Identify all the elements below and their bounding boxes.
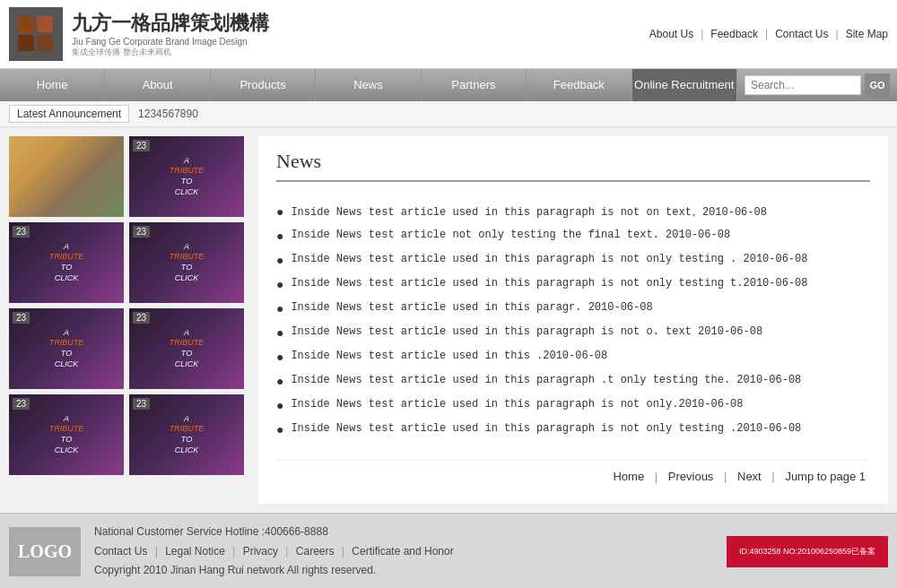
news-content-area: News ●Inside News test article used in t…	[258, 136, 888, 504]
news-text: Inside News test article used in this pa…	[291, 325, 870, 338]
sep2: |	[765, 28, 768, 40]
news-text: Inside News test article used in this pa…	[291, 398, 870, 411]
news-text: Inside News test article used in this pa…	[291, 253, 870, 265]
pagination: Home | Previous | Next | Jump to page 1	[276, 460, 870, 483]
footer-link[interactable]: Certificate and Honor	[352, 545, 453, 558]
pagination-previous[interactable]: Previous	[668, 470, 714, 483]
news-item[interactable]: ●Inside News test article used in this p…	[276, 272, 870, 297]
footer-copyright: Copyright 2010 Jinan Hang Rui network Al…	[94, 561, 727, 581]
news-item[interactable]: ●Inside News test article used in this p…	[276, 297, 870, 321]
news-item[interactable]: ●Inside News test article not only testi…	[276, 224, 870, 248]
top-links: About Us | Feedback | Contact Us | Site …	[649, 28, 888, 40]
gallery-item-1[interactable]: 23 ATRIBUTETOCLICK	[129, 136, 244, 217]
news-item[interactable]: ●Inside News test article used in this .…	[276, 345, 870, 369]
top-contact-link[interactable]: Contact Us	[775, 28, 828, 40]
announcement-label: Latest Announcement	[9, 105, 129, 123]
news-bullet: ●	[276, 375, 283, 389]
pagination-sep1: |	[655, 470, 658, 483]
gallery-row-0: 23 ATRIBUTETOCLICK	[9, 136, 249, 217]
gallery-badge-5: 23	[133, 312, 150, 324]
footer-badge[interactable]: ID:4903258 NO:201006250859已备案	[727, 536, 888, 567]
gallery-item-3[interactable]: 23 ATRIBUTETOCLICK	[129, 222, 244, 303]
gallery-item-0[interactable]	[9, 136, 124, 217]
footer-hotline-number: 400666-8888	[265, 525, 328, 538]
news-text: Inside News test article used in this pa…	[291, 301, 870, 314]
sep3: |	[836, 28, 839, 40]
logo-image	[9, 7, 63, 61]
main-content: 23 ATRIBUTETOCLICK 23 ATRIBUTETOCLICK 23…	[0, 127, 897, 513]
news-bullet: ●	[276, 302, 283, 316]
news-text: Inside News test article used in this pa…	[291, 204, 870, 220]
news-text: Inside News test article used in this pa…	[291, 422, 870, 435]
nav-news[interactable]: News	[316, 69, 421, 101]
logo-text-area: 九方一格品牌策划機構 Jiu Fang Ge Corporate Brand I…	[72, 10, 269, 58]
news-bullet: ●	[276, 254, 283, 268]
announcement-bar: Latest Announcement 1234567890	[0, 101, 897, 127]
news-bullet: ●	[276, 399, 283, 413]
gallery-row-2: 23 ATRIBUTETOCLICK 23 ATRIBUTETOCLICK	[9, 308, 249, 389]
gallery-sidebar: 23 ATRIBUTETOCLICK 23 ATRIBUTETOCLICK 23…	[9, 136, 249, 504]
gallery-item-7[interactable]: 23 ATRIBUTETOCLICK	[129, 394, 244, 475]
footer-link[interactable]: Legal Notice	[165, 545, 225, 558]
tribute-text-1: ATRIBUTETOCLICK	[170, 156, 205, 198]
tribute-text-3: ATRIBUTETOCLICK	[170, 242, 205, 284]
gallery-badge-4: 23	[13, 312, 30, 324]
nav-products[interactable]: Products	[211, 69, 316, 101]
gallery-item-2[interactable]: 23 ATRIBUTETOCLICK	[9, 222, 124, 303]
footer-badge-text: ID:4903258 NO:201006250859已备案	[739, 547, 875, 558]
footer-link-sep: |	[339, 545, 348, 558]
header: 九方一格品牌策划機構 Jiu Fang Ge Corporate Brand I…	[0, 0, 897, 69]
gallery-item-6[interactable]: 23 ATRIBUTETOCLICK	[9, 394, 124, 475]
news-list: ●Inside News test article used in this p…	[276, 200, 870, 442]
footer-link[interactable]: Contact Us	[94, 545, 147, 558]
footer-hotline-label: National Customer Service Hotline :	[94, 525, 265, 538]
gallery-item-4[interactable]: 23 ATRIBUTETOCLICK	[9, 308, 124, 389]
gallery-badge-2: 23	[13, 226, 30, 238]
footer-link[interactable]: Privacy	[243, 545, 278, 558]
footer-info: National Customer Service Hotline :40066…	[94, 523, 727, 581]
nav-home[interactable]: Home	[0, 69, 105, 101]
top-sitemap-link[interactable]: Site Map	[846, 28, 888, 40]
gallery-badge-1: 23	[133, 140, 150, 151]
news-text: Inside News test article used in this .2…	[291, 350, 870, 362]
nav-feedback[interactable]: Feedback	[527, 69, 631, 101]
news-item[interactable]: ●Inside News test article used in this p…	[276, 321, 870, 345]
news-bullet: ●	[276, 350, 283, 365]
search-button[interactable]: GO	[865, 74, 890, 97]
gallery-item-5[interactable]: 23 ATRIBUTETOCLICK	[129, 308, 244, 389]
tribute-text-2: ATRIBUTETOCLICK	[49, 242, 84, 284]
navigation: Home About Products News Partners Feedba…	[0, 69, 897, 101]
top-feedback-link[interactable]: Feedback	[710, 28, 758, 40]
footer-logo: LOGO	[9, 527, 81, 576]
top-about-link[interactable]: About Us	[649, 28, 693, 40]
nav-about[interactable]: About	[105, 69, 210, 101]
footer-link[interactable]: Careers	[296, 545, 335, 558]
news-item[interactable]: ●Inside News test article used in this p…	[276, 200, 870, 224]
footer-links-row: Contact Us | Legal Notice | Privacy | Ca…	[94, 542, 727, 562]
pagination-next[interactable]: Next	[737, 470, 762, 483]
pagination-sep3: |	[771, 470, 774, 483]
logo-area: 九方一格品牌策划機構 Jiu Fang Ge Corporate Brand I…	[9, 7, 269, 61]
nav-online-recruitment[interactable]: Online Recruitment	[632, 69, 737, 101]
news-item[interactable]: ●Inside News test article used in this p…	[276, 393, 870, 418]
footer-link-sep: |	[152, 545, 161, 558]
logo-cn-title: 九方一格品牌策划機構	[72, 10, 269, 37]
news-section-title: News	[276, 150, 870, 182]
pagination-home[interactable]: Home	[613, 470, 644, 483]
gallery-row-3: 23 ATRIBUTETOCLICK 23 ATRIBUTETOCLICK	[9, 394, 249, 475]
news-item[interactable]: ●Inside News test article used in this p…	[276, 248, 870, 272]
news-bullet: ●	[276, 278, 283, 292]
nav-search-area: GO	[737, 74, 897, 97]
search-go-label: GO	[869, 80, 884, 91]
announcement-text: 1234567890	[138, 108, 198, 120]
news-text: Inside News test article used in this pa…	[291, 374, 870, 386]
news-bullet: ●	[276, 205, 283, 220]
pagination-jump[interactable]: Jump to page 1	[785, 470, 866, 483]
footer-link-sep: |	[283, 545, 292, 558]
search-input[interactable]	[745, 75, 861, 95]
gallery-badge-3: 23	[133, 226, 150, 238]
gallery-badge-7: 23	[133, 398, 150, 410]
news-item[interactable]: ●Inside News test article used in this p…	[276, 418, 870, 442]
nav-partners[interactable]: Partners	[422, 69, 527, 101]
news-item[interactable]: ●Inside News test article used in this p…	[276, 369, 870, 393]
